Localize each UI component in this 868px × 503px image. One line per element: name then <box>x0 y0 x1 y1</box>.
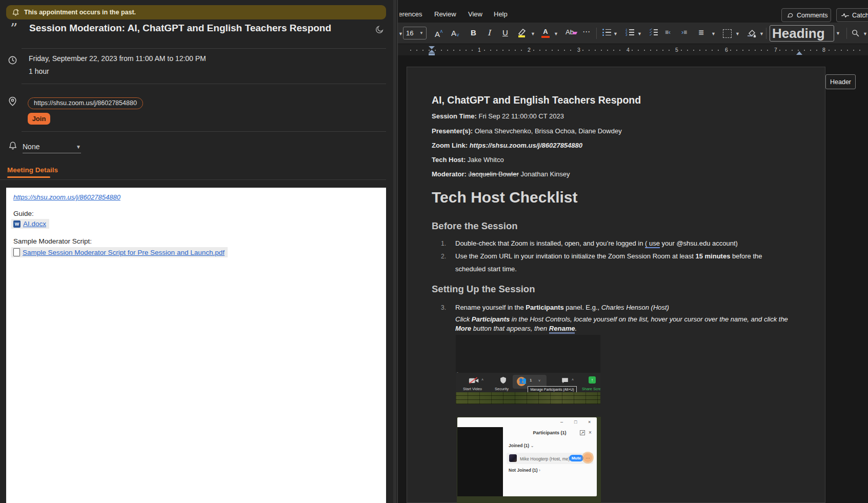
share-screen-icon: ↑ <box>589 376 596 384</box>
ruler-number: 2 <box>526 47 532 53</box>
doc-h2-setting-up: Setting Up the Session <box>432 284 535 295</box>
menu-review[interactable]: Review <box>434 10 456 18</box>
ruler-number: 5 <box>674 47 680 53</box>
align-button[interactable]: ≣ <box>698 28 704 36</box>
meeting-zoom-link[interactable]: https://shsu.zoom.us/j/86027854880 <box>13 193 120 201</box>
rename-link: Rename <box>549 325 575 334</box>
doc-meta-moderator: Moderator: Jacquelin Bowler Jonathan Kin… <box>432 170 570 178</box>
ruler-number: 4 <box>625 47 631 53</box>
underline-button[interactable]: U <box>502 28 508 37</box>
avatar <box>509 454 517 462</box>
doc-meta-session-time: Session Time: Fri Sep 22 11:00:00 CT 202… <box>432 112 564 120</box>
past-appointment-banner: This appointment occurs in the past. <box>6 5 386 19</box>
indent-marker[interactable] <box>429 46 435 55</box>
share-screen-label: Share Screen <box>582 387 600 391</box>
chevron-down-icon: ⌄ <box>531 443 534 448</box>
comments-button[interactable]: Comments <box>781 8 831 22</box>
meeting-details-body: https://shsu.zoom.us/j/86027854880 Guide… <box>6 188 386 503</box>
catch-up-icon <box>841 12 849 18</box>
list-number: 2. <box>441 253 446 260</box>
style-gallery-chevron-icon[interactable]: ▼ <box>836 31 840 36</box>
zoom-link-pill[interactable]: https://shsu.zoom.us/j/86027854880 <box>28 97 143 109</box>
doc-item-3-para-line2: More button that appears, then Rename. <box>455 325 577 332</box>
font-color-button[interactable]: A <box>541 28 550 38</box>
security-label: Security <box>495 387 509 391</box>
numbered-list-button[interactable]: 123 <box>625 29 634 36</box>
script-attachment[interactable]: Sample Session Moderator Script for Pre … <box>11 247 228 257</box>
event-title-icon: ” <box>10 21 17 37</box>
highlighter-icon[interactable] <box>517 28 527 38</box>
increase-indent-button[interactable]: ›≡ <box>681 29 687 36</box>
panel-close-icon: × <box>589 430 592 435</box>
catch-up-button[interactable]: Catch up <box>836 8 868 22</box>
chevron-up-icon: ˄ <box>572 378 574 381</box>
doc-meta-tech-host: Tech Host: Jake Whitco <box>432 156 504 164</box>
header-tag-button[interactable]: Header <box>825 74 856 89</box>
borders-chevron-icon[interactable]: ▼ <box>735 31 740 36</box>
menu-references[interactable]: References <box>399 10 422 18</box>
tracked-insert: ( use <box>645 239 660 248</box>
ribbon-separator <box>766 28 766 39</box>
ruler-number: 8 <box>821 47 827 53</box>
font-size-select[interactable]: 16 ▼ <box>403 27 427 39</box>
reminder-bell-icon <box>8 140 17 151</box>
guide-attachment[interactable]: W AI.docx <box>11 219 49 229</box>
divider <box>22 84 386 84</box>
joined-section-label: Joined (1) ⌄ <box>509 443 534 448</box>
reminder-select[interactable]: None ▼ <box>23 140 81 153</box>
shrink-font-button[interactable]: A˅ <box>451 29 459 38</box>
left-pane-scrollbar[interactable] <box>393 0 396 503</box>
font-color-chevron-icon[interactable]: ▼ <box>554 31 558 36</box>
tab-meeting-details[interactable]: Meeting Details <box>7 166 58 174</box>
minimize-icon: – <box>560 419 563 425</box>
comment-bubble-icon <box>786 12 794 18</box>
moon-icon[interactable] <box>375 25 384 34</box>
video-background <box>456 392 600 404</box>
bullet-list-chevron-icon[interactable]: ▼ <box>613 31 618 36</box>
bell-slash-icon <box>12 9 19 16</box>
shading-chevron-icon[interactable]: ▼ <box>759 31 764 36</box>
right-indent-marker[interactable] <box>796 51 802 55</box>
ribbon-separator <box>596 28 597 39</box>
doc-list-item-2: Use the Zoom URL in your invitation to i… <box>455 252 762 260</box>
grow-font-button[interactable]: A˄ <box>435 29 443 38</box>
script-file-link[interactable]: Sample Session Moderator Script for Pre … <box>23 249 225 256</box>
more-button-highlighted: … <box>583 453 592 462</box>
guide-file-link[interactable]: AI.docx <box>23 220 46 228</box>
more-options-button[interactable]: ⋯ <box>582 27 591 36</box>
participants-count: 1 <box>530 378 532 383</box>
doc-h2-before: Before the Session <box>432 220 518 232</box>
numbered-list-chevron-icon[interactable]: ▼ <box>637 31 642 36</box>
popout-icon: ↗ <box>580 430 585 435</box>
embedded-image-zoom-toolbar[interactable]: s ˄ Start Video Security 👥 1 ˅ Manage Pa… <box>456 335 600 404</box>
decrease-indent-button[interactable]: ≡‹ <box>665 29 671 36</box>
highlighter-chevron-icon[interactable]: ▼ <box>531 31 535 36</box>
bullet-list-button[interactable] <box>602 29 611 36</box>
start-video-label: Start Video <box>463 387 482 391</box>
chevron-down-icon: ˅ <box>538 379 540 383</box>
search-chevron-icon[interactable]: ▼ <box>863 31 867 36</box>
mute-button: Mute <box>569 455 583 461</box>
join-button[interactable]: Join <box>28 113 50 125</box>
clear-formatting-button[interactable]: Ab <box>566 28 577 36</box>
script-label: Sample Moderator Script: <box>13 237 92 245</box>
word-doc-icon: W <box>13 220 21 228</box>
menu-view[interactable]: View <box>468 10 482 18</box>
search-icon[interactable] <box>851 29 860 37</box>
borders-button[interactable] <box>723 29 732 38</box>
checklist-button[interactable]: ✓✓✓ <box>649 29 658 36</box>
embedded-image-participants-panel[interactable]: – □ × Participants (1) ↗ × Joined (1) ⌄ … <box>457 417 601 503</box>
menu-references-clip: References <box>399 0 432 23</box>
font-name-chevron-icon[interactable]: ▼ <box>398 31 403 36</box>
align-chevron-icon[interactable]: ▼ <box>711 31 716 36</box>
italic-button[interactable]: I <box>488 28 491 37</box>
menu-help[interactable]: Help <box>494 10 508 18</box>
ruler-number: 7 <box>773 47 779 53</box>
shading-bucket-icon[interactable] <box>746 29 756 37</box>
style-gallery[interactable]: Heading <box>770 25 834 42</box>
bold-button[interactable]: B <box>471 28 476 37</box>
doc-h1: Tech Host Checklist <box>432 189 578 206</box>
ruler-number: 3 <box>576 47 582 53</box>
ribbon-separator <box>846 28 847 39</box>
maximize-icon: □ <box>574 419 577 425</box>
